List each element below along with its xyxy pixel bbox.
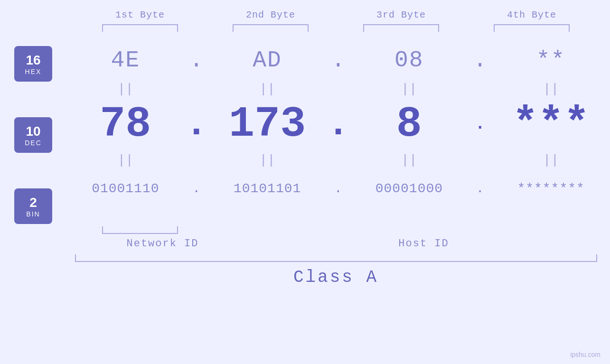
byte-labels-row: 1st Byte 2nd Byte 3rd Byte 4th Byte [75, 9, 597, 20]
bin-number: 2 [29, 195, 37, 210]
eq-row-2: || || || || [66, 150, 610, 169]
bin-name: BIN [26, 210, 40, 218]
bin-dot-3: . [468, 181, 492, 196]
bracket-bottom-cell-3 [336, 226, 467, 234]
host-id-label: Host ID [251, 238, 597, 250]
top-brackets-row [75, 24, 597, 32]
id-labels-row: Network ID Host ID [75, 238, 597, 250]
dec-val-1: 78 [66, 103, 185, 146]
bracket-bottom-cell-4 [467, 226, 597, 234]
byte-label-2: 2nd Byte [206, 9, 336, 20]
bracket-bottom-cell-2 [206, 226, 336, 234]
bottom-brackets-row [75, 226, 597, 234]
content-area: 16 HEX 10 DEC 2 BIN 4E . [0, 37, 610, 224]
values-grid: 4E . AD . 08 . ** [66, 37, 610, 224]
bracket-cell-2 [206, 24, 336, 32]
label-column: 16 HEX 10 DEC 2 BIN [0, 37, 66, 224]
dec-val-4: *** [492, 103, 610, 146]
bracket-cell-4 [467, 24, 597, 32]
bracket-bottom-1 [102, 226, 178, 234]
hex-number: 16 [26, 53, 40, 68]
eq-2-3: || [350, 153, 469, 168]
bracket-cell-1 [75, 24, 206, 32]
dec-val-2: 173 [208, 103, 327, 146]
hex-val-2: AD [208, 47, 327, 73]
hex-dot-2: . [327, 47, 350, 73]
eq-1-3: || [350, 82, 469, 96]
big-bracket-row [75, 254, 597, 262]
byte-label-3: 3rd Byte [336, 9, 467, 20]
dec-name: DEC [25, 139, 42, 147]
eq-2-2: || [208, 153, 327, 168]
hex-val-1: 4E [66, 47, 185, 73]
eq-2-1: || [66, 153, 185, 168]
dec-number: 10 [26, 124, 40, 139]
main-container: 1st Byte 2nd Byte 3rd Byte 4th Byte 16 H… [0, 0, 610, 364]
hex-val-3: 08 [350, 47, 469, 73]
bin-badge: 2 BIN [14, 188, 52, 224]
bin-row: 01001110 . 10101101 . 00001000 . [66, 169, 610, 207]
dec-dot-3: . [468, 103, 492, 146]
byte-label-4: 4th Byte [467, 9, 597, 20]
watermark: ipshu.com [570, 351, 601, 358]
bin-val-2: 10101101 [208, 181, 327, 196]
bracket-bottom-cell-1 [75, 226, 206, 234]
dec-val-3: 8 [350, 103, 469, 146]
bracket-top-2 [233, 24, 309, 32]
big-bracket-bottom [75, 254, 597, 262]
eq-row-1: || || || || [66, 79, 610, 98]
eq-1-1: || [66, 82, 185, 96]
bin-val-4: ******** [492, 181, 610, 196]
hex-badge: 16 HEX [14, 46, 52, 82]
bracket-cell-3 [336, 24, 467, 32]
hex-row: 4E . AD . 08 . ** [66, 41, 610, 79]
bin-dot-1: . [185, 181, 208, 196]
hex-dot-1: . [185, 47, 208, 73]
class-row: Class A [75, 268, 597, 287]
bin-val-3: 00001000 [350, 181, 469, 196]
dec-dot-2: . [327, 105, 350, 143]
dec-row: 78 . 173 . 8 . *** [66, 98, 610, 150]
eq-1-2: || [208, 82, 327, 96]
bin-dot-2: . [327, 181, 350, 196]
eq-1-4: || [492, 82, 610, 96]
eq-2-4: || [492, 153, 610, 168]
hex-val-4: ** [492, 47, 610, 73]
class-label: Class A [293, 268, 378, 287]
bracket-top-3 [363, 24, 439, 32]
dec-dot-1: . [185, 105, 208, 143]
bracket-top-4 [494, 24, 570, 32]
bin-val-1: 01001110 [66, 181, 185, 196]
network-id-label: Network ID [75, 238, 251, 250]
byte-label-1: 1st Byte [75, 9, 206, 20]
dec-badge: 10 DEC [14, 117, 52, 153]
hex-name: HEX [25, 68, 42, 75]
hex-dot-3: . [468, 47, 492, 73]
bracket-top-1 [102, 24, 178, 32]
